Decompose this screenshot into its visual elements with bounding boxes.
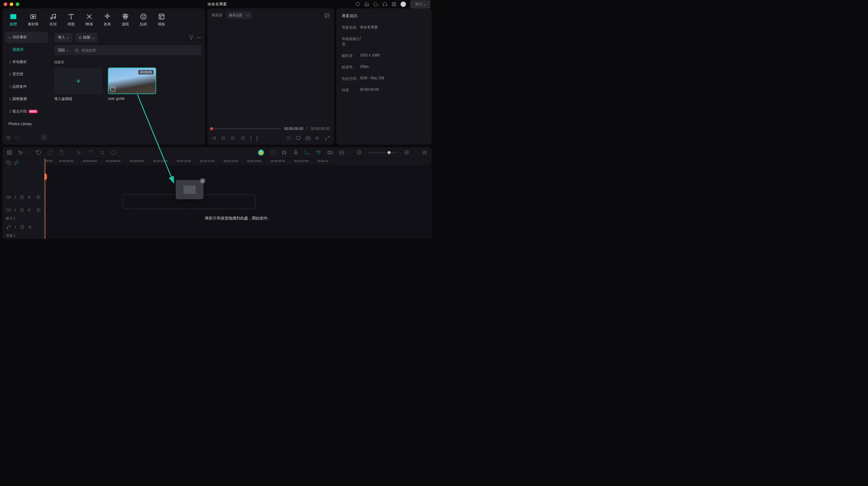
seek-handle[interactable] (210, 127, 213, 130)
play-icon[interactable] (231, 136, 236, 141)
svg-rect-49 (7, 150, 9, 152)
zoom-handle[interactable] (388, 151, 391, 154)
mixer-icon[interactable] (304, 150, 310, 155)
speed-icon[interactable] (270, 150, 276, 155)
link-icon[interactable] (327, 150, 333, 155)
mute-icon[interactable] (28, 207, 32, 212)
maximize-window[interactable] (16, 2, 19, 6)
new-folder-icon[interactable] (6, 135, 11, 140)
svg-point-30 (326, 14, 327, 15)
duplicate-icon[interactable] (6, 160, 11, 165)
sidebar-item-adjust[interactable]: 調整圖層 (5, 93, 48, 104)
picture-icon[interactable] (324, 13, 330, 18)
track-header-video-2[interactable]: 2 (2, 191, 44, 204)
fit-icon[interactable] (339, 150, 344, 155)
tab-sticker[interactable]: 貼紙 (134, 11, 153, 30)
color-icon[interactable] (111, 150, 116, 155)
cloud-icon[interactable] (373, 2, 378, 7)
import-media-item[interactable]: + 導入媒體檔 (54, 67, 102, 101)
undo-icon[interactable] (36, 150, 41, 155)
svg-rect-4 (392, 4, 394, 6)
redo-icon[interactable] (47, 150, 53, 155)
preview-viewport[interactable] (207, 22, 334, 126)
sidebar-item-local[interactable]: 本地素材 (5, 56, 48, 67)
more-icon[interactable] (196, 35, 201, 40)
save-icon[interactable] (364, 2, 369, 7)
import-button[interactable]: 導入 (54, 33, 72, 42)
collapse-sidebar-button[interactable] (41, 134, 47, 141)
mute-icon[interactable] (28, 224, 33, 230)
track-area[interactable]: 00:00 00:00:02:00 00:00:04:00 00:00:06:0… (44, 158, 432, 239)
tab-stock[interactable]: 素材庫 (22, 11, 44, 30)
crop-icon[interactable] (99, 150, 105, 155)
tab-title[interactable]: 標題 (62, 11, 80, 30)
snapshot-icon[interactable] (306, 136, 310, 141)
tab-template[interactable]: 模板 (153, 11, 170, 30)
record-button[interactable]: 錄製 (75, 33, 98, 42)
marker-add-icon[interactable] (281, 150, 287, 155)
track-header-audio-1[interactable]: 1 (2, 221, 44, 233)
sidebar-item-brand[interactable]: 品牌套件 (5, 81, 48, 92)
seek-slider[interactable] (212, 128, 281, 129)
ai-face-icon[interactable]: 😊 (258, 150, 264, 156)
svg-marker-25 (189, 36, 193, 39)
magnet-icon[interactable] (316, 150, 321, 155)
lock-icon[interactable] (20, 195, 24, 200)
lock-icon[interactable] (20, 207, 24, 212)
sidebar-item-project-media[interactable]: 項目素材 (5, 32, 48, 43)
filter-icon[interactable] (189, 35, 193, 40)
headphones-icon[interactable] (382, 2, 387, 7)
prev-frame-icon[interactable] (212, 136, 216, 141)
tab-media[interactable]: 媒體 (4, 11, 22, 30)
search-input[interactable] (72, 46, 201, 55)
zoom-in-icon[interactable] (404, 150, 410, 155)
brace-open-icon[interactable]: { (250, 136, 252, 141)
tab-audio[interactable]: 音頻 (44, 11, 62, 30)
sidebar-item-compound[interactable]: 復合片段NEW (5, 106, 48, 117)
sidebar-item-cloud[interactable]: 雲空間 (5, 69, 48, 80)
eye-icon[interactable] (36, 195, 41, 200)
next-frame-icon[interactable] (221, 136, 226, 141)
sidebar-item-photos[interactable]: Photos Library (5, 118, 48, 130)
mic-icon[interactable] (293, 150, 299, 155)
folder-icon[interactable] (14, 135, 19, 140)
monitor-icon[interactable] (355, 2, 360, 7)
fullscreen-icon[interactable] (325, 136, 330, 141)
time-ruler[interactable]: 00:00 00:00:02:00 00:00:04:00 00:00:06:0… (44, 158, 432, 165)
new-badge: NEW (29, 110, 37, 113)
mute-icon[interactable] (28, 195, 32, 200)
lock-icon[interactable] (20, 224, 25, 230)
brace-close-icon[interactable]: } (256, 136, 258, 141)
auto-link-icon[interactable] (14, 160, 19, 165)
cursor-icon[interactable] (18, 150, 24, 155)
export-button[interactable]: 導出 (410, 0, 430, 8)
close-window[interactable] (4, 2, 7, 6)
display-icon[interactable] (296, 136, 301, 141)
track-header-video-1[interactable]: 1 (2, 204, 44, 216)
info-panel: 專案資訊 專案名稱:未命名專案 專案檔案位置:/ 解析度:1920 x 1080… (336, 8, 432, 145)
playhead[interactable] (45, 158, 45, 239)
volume-icon[interactable] (315, 136, 320, 141)
zoom-slider[interactable] (368, 152, 398, 153)
tab-filter[interactable]: 濾鏡 (116, 11, 134, 30)
tab-effects[interactable]: 效果 (98, 11, 116, 30)
grid-icon[interactable] (7, 150, 12, 155)
quality-select[interactable]: 最高品質 (226, 11, 252, 19)
delete-icon[interactable] (59, 150, 64, 155)
tab-transition[interactable]: 轉場 (80, 11, 98, 30)
user-avatar[interactable] (401, 1, 406, 7)
search-sort-select[interactable]: 預設 (54, 45, 72, 55)
stop-icon[interactable] (241, 136, 245, 141)
marker-icon[interactable] (286, 136, 291, 141)
sidebar-item-folder[interactable]: 檔案夾 (5, 44, 48, 55)
text-icon[interactable] (88, 150, 93, 155)
eye-icon[interactable] (36, 207, 41, 212)
apps-icon[interactable] (392, 2, 396, 7)
svg-point-89 (7, 227, 8, 229)
split-icon[interactable] (76, 150, 82, 155)
minimize-window[interactable] (10, 2, 13, 6)
view-options-icon[interactable] (422, 150, 427, 155)
zoom-out-icon[interactable] (356, 150, 362, 155)
drop-hint: 將影片和資源拖拽到此處，開始創作。 (205, 216, 272, 221)
media-clip-item[interactable]: 00:00:05 user guide (108, 67, 156, 101)
